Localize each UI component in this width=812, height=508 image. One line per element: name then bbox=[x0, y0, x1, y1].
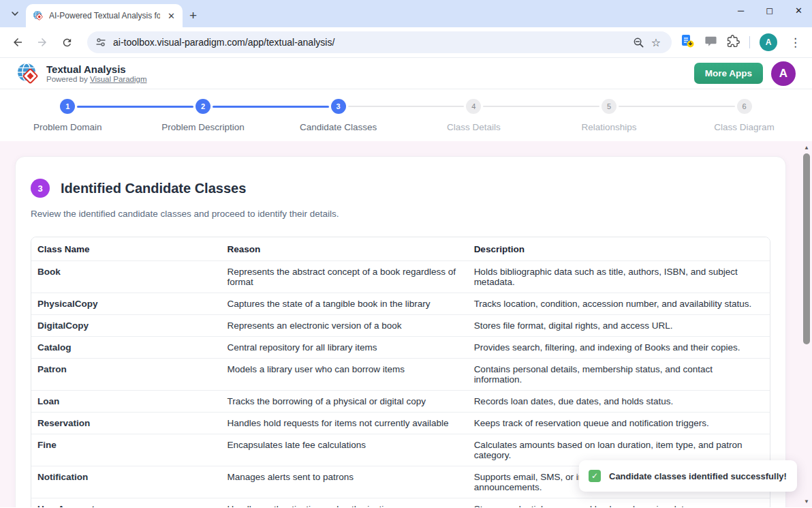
window-maximize-button[interactable]: ◻ bbox=[766, 5, 773, 16]
table-header-row: Class Name Reason Description bbox=[31, 237, 770, 261]
stepper-connector bbox=[77, 106, 193, 108]
page-scrollbar[interactable]: ▲ ▼ bbox=[801, 141, 812, 507]
tab-close-icon[interactable]: ✕ bbox=[166, 11, 177, 21]
class-name-cell: PhysicalCopy bbox=[31, 293, 221, 315]
stepper-connector bbox=[483, 106, 599, 107]
back-arrow-icon bbox=[12, 36, 24, 48]
table-row: CatalogCentral repository for all librar… bbox=[31, 337, 770, 359]
step-label: Candidate Classes bbox=[300, 122, 377, 132]
step-label: Relationships bbox=[581, 122, 636, 132]
table-row: PatronModels a library user who can borr… bbox=[31, 359, 770, 391]
more-apps-button[interactable]: More Apps bbox=[694, 63, 763, 84]
reason-cell: Handles authentication and authorization bbox=[221, 498, 468, 507]
forward-button[interactable] bbox=[33, 33, 52, 52]
app-header: Textual Analysis Powered by Visual Parad… bbox=[0, 58, 812, 89]
stepper-connector bbox=[619, 106, 735, 107]
table-row: ReservationHandles hold requests for ite… bbox=[31, 413, 770, 434]
column-header-class-name: Class Name bbox=[31, 237, 221, 261]
step-circle: 2 bbox=[196, 99, 210, 114]
page-content: 3 Identified Candidate Classes Review th… bbox=[0, 141, 812, 507]
address-bar[interactable]: ai-toolbox.visual-paradigm.com/app/textu… bbox=[87, 31, 672, 53]
class-name-cell: Book bbox=[31, 261, 221, 293]
step-label: Class Diagram bbox=[714, 122, 775, 132]
description-cell: Stores file format, digital rights, and … bbox=[468, 315, 770, 337]
new-tab-button[interactable]: + bbox=[189, 8, 197, 23]
step-circle: 4 bbox=[466, 99, 481, 114]
page-title: Identified Candidate Classes bbox=[61, 181, 246, 196]
column-header-description: Description bbox=[468, 237, 770, 261]
check-icon: ✓ bbox=[589, 470, 601, 482]
wizard-stepper: 1Problem Domain2Problem Description3Cand… bbox=[0, 89, 812, 141]
reason-cell: Encapsulates late fee calculations bbox=[221, 434, 468, 466]
url-text[interactable]: ai-toolbox.visual-paradigm.com/app/textu… bbox=[113, 37, 629, 48]
description-cell: Provides search, filtering, and indexing… bbox=[468, 337, 770, 359]
stepper-step-relationships[interactable]: 5Relationships bbox=[542, 89, 677, 141]
table-row: UserAccountHandles authentication and au… bbox=[31, 498, 770, 507]
tab-title: AI-Powered Textual Analysis for bbox=[49, 11, 160, 20]
chrome-profile-avatar[interactable]: A bbox=[760, 33, 777, 51]
stepper-step-class-details[interactable]: 4Class Details bbox=[406, 89, 542, 141]
toast-message: Candidate classes identified successfull… bbox=[609, 471, 787, 481]
browser-menu-button[interactable]: ⋮ bbox=[787, 35, 804, 50]
stepper-step-class-diagram[interactable]: 6Class Diagram bbox=[676, 89, 812, 141]
step-label: Problem Description bbox=[161, 122, 245, 132]
step-circle: 3 bbox=[331, 99, 346, 114]
description-cell: Stores credentials, password hash, and s… bbox=[468, 498, 770, 507]
reason-cell: Captures the state of a tangible book in… bbox=[221, 293, 468, 315]
tab-search-button[interactable] bbox=[5, 5, 25, 22]
zoom-out-button[interactable] bbox=[629, 33, 647, 51]
powered-by-text: Powered by Visual Paradigm bbox=[46, 75, 146, 83]
visual-paradigm-favicon bbox=[33, 10, 44, 21]
class-name-cell: DigitalCopy bbox=[31, 315, 221, 337]
window-close-button[interactable]: ✕ bbox=[795, 5, 802, 16]
step-label: Class Details bbox=[447, 122, 501, 132]
bookmark-star-icon[interactable]: ☆ bbox=[647, 33, 665, 51]
page-subtitle: Review the identified candidate classes … bbox=[31, 209, 770, 219]
docs-extension-icon[interactable] bbox=[680, 33, 695, 51]
stepper-connector bbox=[348, 106, 465, 107]
description-cell: Contains personal details, membership st… bbox=[468, 359, 770, 391]
visual-paradigm-logo bbox=[16, 62, 40, 85]
stepper-step-candidate-classes[interactable]: 3Candidate Classes bbox=[270, 89, 406, 141]
window-minimize-button[interactable]: ─ bbox=[738, 5, 744, 16]
stepper-connector bbox=[213, 106, 329, 108]
stepper-step-problem-domain[interactable]: 1Problem Domain bbox=[0, 89, 136, 141]
step-circle: 6 bbox=[737, 99, 752, 114]
reason-cell: Central repository for all library items bbox=[221, 337, 468, 359]
class-name-cell: Patron bbox=[31, 359, 221, 391]
reason-cell: Handles hold requests for items not curr… bbox=[221, 413, 468, 434]
class-name-cell: Loan bbox=[31, 391, 221, 413]
column-header-reason: Reason bbox=[221, 237, 468, 261]
comment-icon[interactable] bbox=[704, 35, 717, 50]
reason-cell: Represents the abstract concept of a boo… bbox=[221, 261, 468, 293]
back-button[interactable] bbox=[8, 33, 27, 52]
candidate-classes-card: 3 Identified Candidate Classes Review th… bbox=[15, 156, 786, 507]
reload-button[interactable] bbox=[57, 33, 76, 52]
scrollbar-up-arrow[interactable]: ▲ bbox=[801, 143, 812, 152]
step-circle: 5 bbox=[602, 99, 616, 114]
table-row: PhysicalCopyCaptures the state of a tang… bbox=[31, 293, 770, 315]
class-name-cell: UserAccount bbox=[31, 498, 221, 507]
site-settings-icon bbox=[95, 37, 106, 48]
description-cell: Holds bibliographic data such as title, … bbox=[468, 261, 770, 293]
zoom-out-icon bbox=[633, 37, 644, 48]
description-cell: Tracks location, condition, accession nu… bbox=[468, 293, 770, 315]
description-cell: Keeps track of reservation queue and not… bbox=[468, 413, 770, 434]
class-name-cell: Catalog bbox=[31, 337, 221, 359]
reason-cell: Tracks the borrowing of a physical or di… bbox=[221, 391, 468, 413]
class-name-cell: Notification bbox=[31, 466, 221, 498]
reason-cell: Represents an electronic version of a bo… bbox=[221, 315, 468, 337]
stepper-step-problem-description[interactable]: 2Problem Description bbox=[136, 89, 271, 141]
scrollbar-thumb[interactable] bbox=[803, 153, 810, 344]
visual-paradigm-link[interactable]: Visual Paradigm bbox=[90, 75, 147, 83]
reason-cell: Models a library user who can borrow ite… bbox=[221, 359, 468, 391]
table-row: DigitalCopyRepresents an electronic vers… bbox=[31, 315, 770, 337]
user-avatar[interactable]: A bbox=[771, 61, 796, 86]
description-cell: Records loan dates, due dates, and holds… bbox=[468, 391, 770, 413]
success-toast: ✓ Candidate classes identified successfu… bbox=[579, 460, 797, 492]
table-row: LoanTracks the borrowing of a physical o… bbox=[31, 391, 770, 413]
browser-titlebar: AI-Powered Textual Analysis for ✕ + ─ ◻ … bbox=[0, 0, 812, 27]
scrollbar-down-arrow[interactable]: ▼ bbox=[801, 496, 812, 506]
browser-tab[interactable]: AI-Powered Textual Analysis for ✕ bbox=[26, 4, 183, 27]
extensions-puzzle-icon[interactable] bbox=[727, 35, 740, 50]
